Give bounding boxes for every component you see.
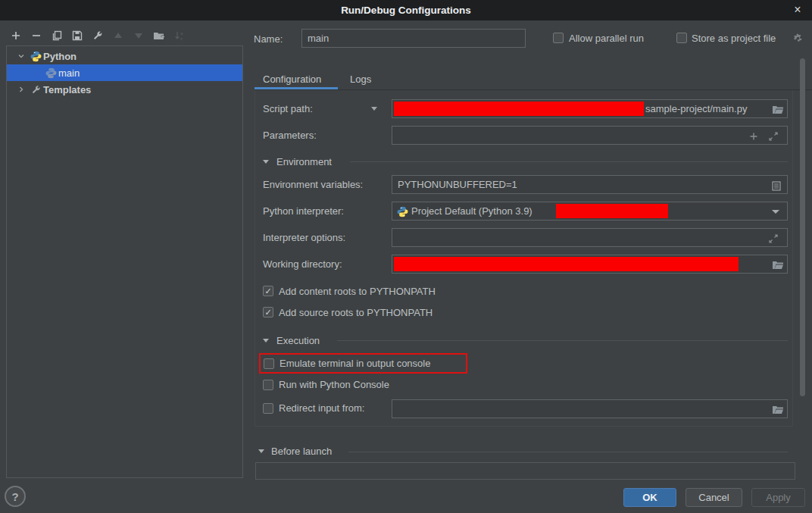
python-icon <box>396 205 408 217</box>
folder-icon[interactable] <box>772 403 784 415</box>
emulate-terminal-checkbox[interactable] <box>264 358 274 369</box>
environment-variables-label: Environment variables: <box>263 179 363 190</box>
script-path-label: Script path: <box>263 103 313 114</box>
parameters-field[interactable] <box>392 126 788 145</box>
redirect-input-checkbox[interactable] <box>263 403 273 414</box>
cancel-button[interactable]: Cancel <box>686 488 742 507</box>
tab-configuration[interactable]: Configuration <box>263 74 321 85</box>
before-launch-collapse-icon[interactable] <box>258 449 264 453</box>
save-icon[interactable] <box>71 30 83 42</box>
dialog-title: Run/Debug Configurations <box>341 5 471 16</box>
python-interpreter-label: Python interpreter: <box>263 205 344 217</box>
tree-item-label: Python <box>43 51 77 62</box>
expand-field-icon[interactable] <box>767 130 779 142</box>
close-icon[interactable]: × <box>789 2 806 18</box>
wrench-icon <box>30 83 42 95</box>
gear-icon[interactable] <box>792 32 804 44</box>
tabs-baseline <box>255 89 812 90</box>
name-label: Name: <box>254 33 283 45</box>
add-macro-icon[interactable] <box>748 130 760 142</box>
redaction-overlay <box>394 102 644 116</box>
before-launch-section-title: Before launch <box>271 446 332 457</box>
titlebar: Run/Debug Configurations × <box>0 0 812 20</box>
allow-parallel-run-checkbox[interactable] <box>553 33 564 43</box>
add-content-roots-label: Add content roots to PYTHONPATH <box>279 286 436 297</box>
execution-section-collapse-icon[interactable] <box>263 339 269 343</box>
environment-variables-field[interactable]: PYTHONUNBUFFERED=1 <box>392 175 788 194</box>
folder-icon[interactable] <box>772 258 784 271</box>
python-icon <box>30 50 42 62</box>
environment-variables-value: PYTHONUNBUFFERED=1 <box>398 179 517 190</box>
python-interpreter-value: Project Default (Python 3.9) <box>411 205 532 217</box>
store-as-project-file-checkbox[interactable] <box>676 33 687 43</box>
configurations-tree: Python main Templates <box>6 45 243 478</box>
environment-section-collapse-icon[interactable] <box>263 160 269 164</box>
interpreter-options-label: Interpreter options: <box>263 232 345 243</box>
folder-icon[interactable] <box>772 103 784 115</box>
configurations-toolbar: az <box>10 30 186 42</box>
before-launch-task-list[interactable] <box>255 462 795 480</box>
section-rule <box>350 161 788 162</box>
help-icon: ? <box>11 490 18 503</box>
redirect-input-label: Redirect input from: <box>279 402 364 414</box>
name-field[interactable] <box>301 29 526 48</box>
section-rule <box>337 340 788 341</box>
python-icon <box>45 67 57 79</box>
name-input[interactable] <box>302 30 525 47</box>
svg-text:a: a <box>180 31 183 36</box>
script-path-value: sample-project/main.py <box>645 103 747 114</box>
add-source-roots-checkbox[interactable]: ✓ <box>263 307 273 317</box>
execution-section-title: Execution <box>276 335 320 346</box>
browse-variables-icon[interactable] <box>770 180 782 192</box>
chevron-right-icon[interactable] <box>16 84 27 95</box>
tree-item-main[interactable]: main <box>7 64 242 81</box>
redaction-overlay <box>556 204 668 218</box>
remove-icon[interactable] <box>30 30 42 42</box>
section-rule <box>348 452 788 452</box>
emulate-terminal-label: Emulate terminal in output console <box>280 358 430 369</box>
script-path-type-dropdown-icon[interactable] <box>371 107 377 111</box>
redaction-overlay <box>394 257 739 271</box>
svg-text:z: z <box>180 36 183 41</box>
working-directory-field[interactable] <box>392 255 788 274</box>
parameters-label: Parameters: <box>263 130 317 141</box>
python-interpreter-combobox[interactable]: Project Default (Python 3.9) <box>392 202 788 221</box>
move-up-icon[interactable] <box>112 30 124 42</box>
run-debug-configurations-dialog: Run/Debug Configurations × az <box>0 0 812 513</box>
run-with-python-console-label: Run with Python Console <box>279 379 389 390</box>
chevron-down-icon[interactable] <box>772 210 779 214</box>
apply-button[interactable]: Apply <box>751 488 805 507</box>
ok-button[interactable]: OK <box>623 488 676 507</box>
move-down-icon[interactable] <box>133 30 145 42</box>
expand-field-icon[interactable] <box>767 233 779 245</box>
vertical-scrollbar[interactable] <box>800 58 805 396</box>
chevron-down-icon[interactable] <box>16 51 27 61</box>
run-with-python-console-checkbox[interactable] <box>263 380 273 390</box>
allow-parallel-run-label: Allow parallel run <box>569 33 644 44</box>
help-button[interactable]: ? <box>5 486 26 507</box>
copy-icon[interactable] <box>51 30 63 42</box>
store-as-project-file-label: Store as project file <box>692 33 776 44</box>
working-directory-label: Working directory: <box>263 258 342 270</box>
tree-item-label: main <box>58 67 80 79</box>
add-source-roots-label: Add source roots to PYTHONPATH <box>279 307 433 318</box>
environment-section-title: Environment <box>276 156 332 167</box>
script-path-field[interactable]: sample-project/main.py <box>392 99 788 118</box>
wrench-icon[interactable] <box>92 30 104 42</box>
interpreter-options-field[interactable] <box>392 228 788 247</box>
tree-item-label: Templates <box>43 84 91 95</box>
add-content-roots-checkbox[interactable]: ✓ <box>263 286 273 296</box>
sort-alphabetically-icon[interactable]: az <box>173 30 186 42</box>
add-icon[interactable] <box>10 30 22 42</box>
tree-item-templates[interactable]: Templates <box>7 81 242 98</box>
new-folder-icon[interactable] <box>153 30 165 42</box>
tab-logs[interactable]: Logs <box>350 74 371 85</box>
redirect-input-field[interactable] <box>392 399 788 418</box>
tree-item-python[interactable]: Python <box>7 48 242 64</box>
